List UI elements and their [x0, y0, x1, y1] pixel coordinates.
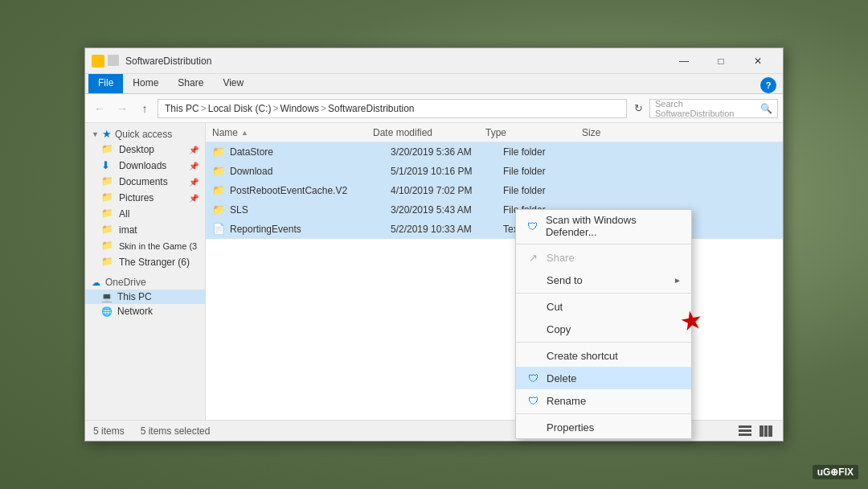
refresh-button[interactable]: ↻	[630, 101, 646, 117]
network-icon: 🌐	[101, 306, 113, 317]
sendto-icon	[526, 273, 540, 287]
context-create-shortcut[interactable]: Create shortcut	[516, 344, 691, 367]
rename-icon: 🛡	[526, 393, 540, 408]
file-row[interactable]: 📁 DataStore 3/20/2019 5:36 AM File folde…	[206, 142, 783, 162]
file-date: 5/1/2019 10:16 PM	[391, 166, 503, 177]
context-rename[interactable]: 🛡 Rename	[516, 389, 691, 412]
context-item-label: Properties	[547, 421, 594, 434]
folder-icon: 📁	[101, 191, 114, 204]
context-sendto[interactable]: Send to ►	[516, 269, 691, 291]
sort-arrow-icon: ▲	[241, 129, 248, 137]
sidebar-item-label: imat	[119, 224, 137, 236]
col-type-header[interactable]: Type	[485, 127, 582, 138]
chevron-down-icon: ▼	[92, 130, 99, 138]
folder-icon: 📁	[101, 240, 114, 253]
folder-icon: 📁	[101, 224, 114, 236]
col-date-header[interactable]: Date modified	[373, 127, 485, 138]
document-icon: 📄	[212, 223, 225, 236]
col-name-label: Name	[212, 127, 238, 138]
thispc-label: This PC	[117, 291, 152, 302]
list-view-button[interactable]	[736, 422, 754, 440]
tab-share[interactable]: Share	[168, 74, 213, 93]
context-delete[interactable]: 🛡 Delete	[516, 367, 691, 389]
forward-button[interactable]: →	[113, 99, 132, 118]
sidebar-item-all[interactable]: 📁 All	[85, 206, 205, 222]
file-row[interactable]: 📄 ReportingEvents 5/2/2019 10:33 AM Text…	[206, 220, 783, 239]
tab-home[interactable]: Home	[123, 74, 168, 93]
tab-view[interactable]: View	[213, 74, 253, 93]
quick-access-header[interactable]: ▼ ★ Quick access	[85, 126, 205, 142]
star-icon: ★	[102, 128, 112, 140]
sidebar-item-thispc[interactable]: 💻 This PC	[85, 290, 205, 304]
properties-icon	[526, 420, 540, 434]
search-box[interactable]: Search SoftwareDistribution 🔍	[649, 99, 778, 118]
context-share[interactable]: ↗ Share	[516, 246, 691, 269]
file-row[interactable]: 📁 PostRebootEventCache.V2 4/10/2019 7:02…	[206, 181, 783, 200]
quick-access-label: Quick access	[115, 129, 172, 140]
pin-icon: 📌	[189, 178, 199, 187]
watermark: uG⊕FIX	[813, 465, 858, 479]
close-button[interactable]: ✕	[739, 48, 776, 74]
path-softdist: SoftwareDistribution	[328, 103, 414, 114]
context-scan-defender[interactable]: 🛡 Scan with Windows Defender...	[516, 210, 691, 242]
shortcut-icon	[526, 348, 540, 363]
minimize-button[interactable]: —	[665, 48, 702, 74]
file-list: Name ▲ Date modified Type Size 📁 DataSto…	[206, 123, 783, 420]
sidebar-item-skin[interactable]: 📁 Skin in the Game (3	[85, 238, 205, 254]
path-windows: Windows	[280, 103, 319, 114]
address-path[interactable]: This PC > Local Disk (C:) > Windows > So…	[158, 99, 627, 118]
copy-icon	[526, 322, 540, 336]
sidebar-item-network[interactable]: 🌐 Network	[85, 304, 205, 318]
pin-icon: 📌	[189, 194, 199, 203]
details-view-button[interactable]	[757, 422, 775, 440]
svg-rect-5	[768, 425, 772, 437]
sidebar-item-imat[interactable]: 📁 imat	[85, 222, 205, 238]
file-row[interactable]: 📁 SLS 3/20/2019 5:43 AM File folder	[206, 200, 783, 220]
file-name: ReportingEvents	[230, 224, 391, 235]
delete-icon: 🛡	[526, 371, 540, 385]
tab-file[interactable]: File	[88, 74, 123, 93]
ribbon: File Home Share View ?	[85, 74, 783, 94]
context-cut[interactable]: Cut	[516, 295, 691, 318]
search-placeholder: Search SoftwareDistribution	[655, 99, 757, 118]
file-row[interactable]: 📁 Download 5/1/2019 10:16 PM File folder	[206, 162, 783, 181]
pin-icon: 📌	[189, 162, 199, 171]
sidebar-item-documents[interactable]: 📁 Documents 📌	[85, 174, 205, 190]
sidebar-item-downloads[interactable]: ⬇ Downloads 📌	[85, 158, 205, 174]
onedrive-header[interactable]: ☁ OneDrive	[85, 275, 205, 290]
svg-rect-3	[760, 425, 764, 437]
up-button[interactable]: ↑	[135, 99, 154, 118]
col-name-header[interactable]: Name ▲	[212, 127, 373, 138]
path-localc: Local Disk (C:)	[208, 103, 272, 114]
path-thispc: This PC	[165, 103, 199, 114]
maximize-button[interactable]: □	[702, 48, 739, 74]
file-name: PostRebootEventCache.V2	[230, 185, 391, 196]
col-size-header[interactable]: Size	[582, 127, 646, 138]
file-type: File folder	[503, 185, 600, 196]
folder-icon: 📁	[101, 208, 114, 220]
context-copy[interactable]: Copy	[516, 318, 691, 340]
sidebar-item-desktop[interactable]: 📁 Desktop 📌	[85, 142, 205, 158]
back-button[interactable]: ←	[90, 99, 109, 118]
sidebar-item-stranger[interactable]: 📁 The Stranger (6)	[85, 254, 205, 270]
file-date: 5/2/2019 10:33 AM	[391, 224, 503, 235]
folder-icon: 📁	[212, 146, 225, 158]
sidebar-item-label: Skin in the Game (3	[119, 241, 197, 251]
pin-icon: 📌	[189, 146, 199, 154]
download-icon: ⬇	[101, 159, 114, 172]
sidebar: ▼ ★ Quick access 📁 Desktop 📌 ⬇ Downloads…	[85, 123, 206, 420]
folder-icon: 📁	[212, 165, 225, 178]
sidebar-item-pictures[interactable]: 📁 Pictures 📌	[85, 190, 205, 206]
sidebar-item-label: Downloads	[119, 160, 166, 171]
onedrive-label: OneDrive	[105, 277, 146, 288]
view-controls	[736, 422, 775, 440]
search-icon[interactable]: 🔍	[760, 103, 772, 114]
context-menu: 🛡 Scan with Windows Defender... ↗ Share …	[515, 209, 692, 439]
pin-icon-title	[108, 55, 119, 66]
context-properties[interactable]: Properties	[516, 416, 691, 438]
sidebar-item-label: Desktop	[119, 144, 154, 155]
file-name: DataStore	[230, 146, 391, 158]
file-name: Download	[230, 166, 391, 177]
folder-icon: 📁	[101, 143, 114, 156]
help-button[interactable]: ?	[760, 77, 776, 93]
